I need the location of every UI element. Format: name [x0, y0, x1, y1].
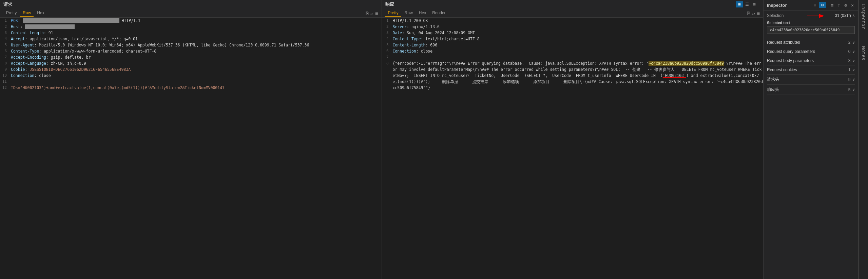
notes-side-label: Notes	[861, 44, 866, 62]
response-line-1: 1 HTTP/1.1 200 OK	[382, 18, 764, 24]
inspector-body: Selection 31 (0x1f) ∧ Selected text c4c	[764, 11, 858, 279]
request-line-4: 4 Accept: application/json, text/javascr…	[0, 36, 382, 42]
response-line-8: 8 {"errcode":-1,"errmsg":"\r\n### Error …	[382, 60, 764, 91]
red-arrow-annotation	[807, 13, 828, 19]
response-line-2: 2 Server: nginx/1.13.6	[382, 24, 764, 30]
response-panel: 响应 ⊞ ☰ ⊟ Pretty Raw Hex Render ⎘ ↵ ≡	[382, 0, 764, 279]
menu-icon-request[interactable]: ≡	[375, 11, 378, 16]
response-header: 响应 ⊞ ☰ ⊟	[382, 0, 764, 9]
inspector-close-icon[interactable]: ✕	[850, 2, 855, 8]
section-label-request-query-params: Request query parameters	[767, 49, 848, 54]
split-view-icon[interactable]: ⊞	[736, 1, 743, 7]
selected-text-value: c4ca4238a0b923820dcc509a6f75849	[770, 28, 840, 32]
section-count-request-cookies: 1	[848, 67, 851, 72]
chevron-response-headers: ∨	[852, 87, 855, 92]
chevron-request-query-params: ∨	[852, 49, 855, 54]
response-line-3: 3 Date: Sun, 04 Aug 2024 12:08:09 GMT	[382, 30, 764, 36]
copy-icon-request[interactable]: ⎘	[366, 11, 368, 16]
tab-render-response[interactable]: Render	[429, 10, 448, 17]
side-icons-panel: Inspector Notes	[859, 0, 868, 279]
section-count-request-headers: 9	[848, 77, 851, 82]
wrap-icon-response[interactable]: ↵	[752, 11, 755, 16]
section-request-cookies[interactable]: Request cookies 1 ∨	[767, 65, 855, 75]
request-title: 请求	[3, 2, 12, 7]
inspector-header: Inspector ⊞ ⊟ ≡ ⊤ ⚙ ✕	[764, 0, 858, 11]
request-panel: 请求 Pretty Raw Hex ⎘ ↵ ≡ 1 POST	[0, 0, 382, 279]
menu-icon-response[interactable]: ≡	[757, 11, 760, 16]
tab-pretty-request[interactable]: Pretty	[3, 10, 19, 17]
inspector-panel: Inspector ⊞ ⊟ ≡ ⊤ ⚙ ✕ Selection	[764, 0, 859, 279]
request-line-5: 5 User-Agent: Mozilla/5.0 (Windows NT 10…	[0, 42, 382, 48]
response-tabs-bar: Pretty Raw Hex Render ⎘ ↵ ≡	[382, 9, 764, 18]
request-line-2: 2 Host:	[0, 24, 382, 30]
section-request-headers[interactable]: 请求头 9 ∨	[767, 75, 855, 85]
inspector-split-icon[interactable]: ⊤	[837, 2, 842, 8]
request-line-7: 7 Accept-Encoding: gzip, deflate, br	[0, 54, 382, 60]
inspector-view-icons: ⊞ ⊟	[812, 2, 826, 8]
response-line-7: 7	[382, 54, 764, 60]
inspector-view-icon-2[interactable]: ⊟	[819, 2, 826, 8]
section-label-request-attributes: Request attributes	[767, 40, 848, 45]
request-toolbar: ⎘ ↵ ≡	[366, 11, 378, 16]
request-line-9: 9 Cookie: JSESSIONID=DEC27661062D96216F6…	[0, 66, 382, 73]
section-response-headers[interactable]: 响应头 5 ∨	[767, 85, 855, 95]
inspector-side-label: Inspector	[861, 1, 866, 31]
chevron-request-headers: ∨	[852, 77, 855, 82]
inspector-align-icon[interactable]: ≡	[830, 2, 835, 8]
section-count-request-attributes: 2	[848, 40, 851, 45]
expand-chevron[interactable]: ∧	[852, 13, 855, 18]
request-tabs-bar: Pretty Raw Hex ⎘ ↵ ≡	[0, 9, 382, 18]
inspector-view-icon-1[interactable]: ⊞	[812, 2, 818, 8]
section-label-request-body-params: Request body parameters	[767, 58, 848, 63]
section-label-response-headers: 响应头	[767, 87, 848, 93]
tab-hex-response[interactable]: Hex	[416, 10, 429, 17]
view-mode-icons: ⊞ ☰ ⊟	[736, 1, 758, 7]
response-line-4: 4 Content-Type: text/html;charset=UTF-8	[382, 36, 764, 42]
section-count-request-body-params: 3	[848, 58, 851, 63]
response-content: 1 HTTP/1.1 200 OK 2 Server: nginx/1.13.6…	[382, 18, 764, 279]
response-toolbar: ⎘ ↵ ≡	[747, 11, 760, 16]
request-line-6: 6 Content-Type: application/x-www-form-u…	[0, 48, 382, 54]
response-tab-bar: Pretty Raw Hex Render	[385, 10, 748, 17]
selection-value: 31 (0x1f)	[835, 13, 851, 18]
request-line-3: 3 Content-Length: 91	[0, 30, 382, 36]
main-container: 请求 Pretty Raw Hex ⎘ ↵ ≡ 1 POST	[0, 0, 868, 279]
tab-hex-request[interactable]: Hex	[34, 10, 47, 17]
selection-row: Selection 31 (0x1f) ∧	[767, 13, 855, 18]
chevron-request-body-params: ∨	[852, 59, 855, 63]
tab-raw-response[interactable]: Raw	[402, 10, 416, 17]
request-header: 请求	[0, 0, 382, 9]
tab-pretty-response[interactable]: Pretty	[385, 10, 401, 17]
request-line-11: 11	[0, 79, 382, 85]
request-line-8: 8 Accept-Language: zh-CN, zh;q=0.9	[0, 60, 382, 66]
grid-view-icon[interactable]: ⊟	[751, 1, 758, 7]
wrap-icon-request[interactable]: ↵	[370, 11, 373, 16]
request-content: 1 POST HTTP/1.1 2 Host: 3 Content-Length…	[0, 18, 382, 279]
section-label-request-cookies: Request cookies	[767, 67, 848, 72]
tab-raw-request[interactable]: Raw	[20, 10, 34, 17]
section-request-query-params[interactable]: Request query parameters 0 ∨	[767, 47, 855, 56]
inspector-title: Inspector	[767, 3, 810, 8]
copy-icon-response[interactable]: ⎘	[747, 11, 750, 16]
request-tab-bar: Pretty Raw Hex	[3, 10, 366, 17]
request-line-12: 12 IDs='HU002103')+and+extractvalue(1,co…	[0, 85, 382, 91]
request-line-1: 1 POST HTTP/1.1	[0, 18, 382, 24]
section-request-body-params[interactable]: Request body parameters 3 ∨	[767, 56, 855, 65]
list-view-icon[interactable]: ☰	[744, 1, 750, 7]
response-line-6: 6 Connection: close	[382, 48, 764, 54]
inspector-settings-icon[interactable]: ⚙	[843, 2, 848, 8]
selected-text-label: Selected text	[767, 21, 855, 25]
section-request-attributes[interactable]: Request attributes 2 ∨	[767, 38, 855, 47]
section-count-request-query-params: 0	[848, 49, 851, 54]
selected-text-box: c4ca4238a0b923820dcc509a6f75849	[767, 26, 855, 34]
request-line-10: 10 Connection: close	[0, 73, 382, 79]
section-count-response-headers: 5	[848, 87, 851, 92]
chevron-request-cookies: ∨	[852, 68, 855, 72]
chevron-request-attributes: ∨	[852, 40, 855, 45]
section-label-request-headers: 请求头	[767, 77, 848, 82]
response-line-5: 5 Content-Length: 696	[382, 42, 764, 48]
response-title: 响应	[385, 2, 394, 7]
